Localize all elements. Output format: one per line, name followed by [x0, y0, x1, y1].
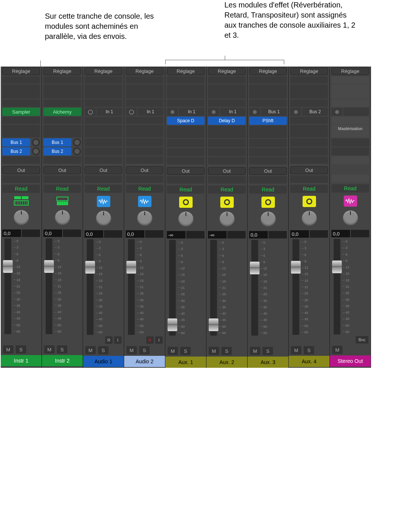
fader-cap[interactable]	[291, 261, 301, 274]
input-selector[interactable]: In 1	[220, 108, 246, 116]
input-slot[interactable]	[43, 99, 81, 107]
settings-button[interactable]: Réglage	[43, 67, 81, 75]
settings-button[interactable]: Réglage	[249, 67, 287, 75]
solo-button[interactable]: S	[180, 347, 191, 355]
fader-track[interactable]	[128, 239, 135, 335]
channel-name[interactable]: Aux. 4	[289, 356, 329, 367]
group-slot[interactable]	[208, 176, 246, 184]
solo-button[interactable]: S	[263, 347, 273, 355]
input-slot[interactable]	[167, 99, 205, 107]
fader-cap[interactable]	[126, 261, 136, 274]
solo-button[interactable]: S	[139, 346, 150, 354]
pan-knob[interactable]	[14, 210, 29, 225]
channel-name[interactable]: Audio 1	[83, 356, 124, 367]
instrument-slot[interactable]: Alchemy	[43, 108, 81, 116]
record-enable-button[interactable]: R	[105, 336, 113, 344]
fader-track[interactable]	[334, 239, 340, 335]
pan-knob[interactable]	[261, 212, 276, 226]
settings-button[interactable]: Réglage	[331, 67, 369, 75]
send-1-level-knob[interactable]	[73, 138, 81, 147]
mono-input-icon[interactable]: ◯	[126, 108, 137, 116]
fader-cap[interactable]	[44, 260, 54, 273]
send-slot[interactable]	[2, 156, 40, 164]
midi-fx-slot[interactable]	[126, 84, 163, 99]
send-2-level-knob[interactable]	[73, 147, 81, 155]
send-2-empty[interactable]	[85, 147, 122, 155]
output-button[interactable]: Out	[43, 166, 81, 174]
eq-slot[interactable]	[126, 76, 163, 84]
group-slot[interactable]	[249, 176, 287, 184]
input-monitor-button[interactable]: I	[155, 336, 163, 344]
input-selector[interactable]: Bus 1	[261, 108, 287, 116]
group-slot[interactable]	[126, 175, 163, 183]
midi-fx-slot[interactable]	[43, 84, 81, 99]
automation-mode-button[interactable]: Read	[331, 184, 369, 192]
settings-button[interactable]: Réglage	[85, 67, 122, 75]
fader-track[interactable]	[4, 238, 11, 334]
send-2-bus[interactable]: Bus 2	[2, 147, 30, 155]
settings-button[interactable]: Réglage	[208, 67, 246, 75]
input-slot[interactable]	[249, 99, 287, 107]
fader-track[interactable]	[87, 239, 93, 335]
send-1-empty[interactable]	[331, 138, 369, 147]
send-slot[interactable]	[208, 157, 246, 164]
instrument-slot[interactable]: Sampler	[2, 108, 40, 116]
group-slot[interactable]	[167, 176, 205, 184]
fader-cap[interactable]	[3, 260, 13, 273]
automation-mode-button[interactable]: Read	[249, 185, 287, 194]
stereo-input-icon[interactable]: ◎	[290, 108, 301, 116]
output-button[interactable]: Out	[2, 166, 40, 174]
output-button[interactable]: Out	[167, 167, 205, 175]
insert-slot[interactable]	[43, 125, 81, 138]
solo-button[interactable]: S	[304, 346, 314, 354]
pan-knob[interactable]	[343, 210, 358, 225]
fader-track[interactable]	[169, 240, 176, 336]
mute-button[interactable]: M	[250, 347, 260, 355]
insert-slot[interactable]	[2, 117, 40, 124]
send-1-empty[interactable]	[208, 139, 246, 147]
input-slot[interactable]	[85, 99, 122, 107]
group-slot[interactable]	[331, 175, 369, 182]
eq-slot[interactable]	[249, 76, 287, 84]
midi-fx-slot[interactable]	[167, 84, 205, 99]
eq-slot[interactable]	[331, 76, 369, 84]
output-button[interactable]: Out	[290, 166, 328, 174]
output-button[interactable]: Out	[208, 167, 246, 175]
send-2-empty[interactable]	[331, 147, 369, 155]
solo-button[interactable]: S	[98, 346, 108, 354]
group-slot[interactable]	[290, 175, 328, 183]
send-slot[interactable]	[85, 156, 122, 164]
mute-button[interactable]: M	[126, 346, 137, 354]
mute-button[interactable]: M	[85, 346, 96, 354]
send-2-empty[interactable]	[208, 148, 246, 156]
fader-track[interactable]	[292, 239, 299, 335]
mute-button[interactable]: M	[291, 346, 301, 354]
channel-name[interactable]: Aux. 3	[248, 357, 288, 368]
settings-button[interactable]: Réglage	[167, 67, 205, 75]
settings-button[interactable]: Réglage	[290, 67, 328, 75]
eq-slot[interactable]	[290, 76, 328, 84]
input-selector[interactable]	[343, 108, 369, 116]
fader-cap[interactable]	[250, 262, 260, 274]
settings-button[interactable]: Réglage	[2, 67, 40, 75]
eq-slot[interactable]	[167, 76, 205, 84]
insert-slot[interactable]	[126, 117, 163, 124]
midi-fx-slot[interactable]	[290, 84, 328, 99]
insert-slot[interactable]	[208, 126, 246, 138]
input-selector[interactable]: In 1	[138, 108, 163, 116]
insert-effect[interactable]: Space D	[167, 117, 205, 125]
insert-slot[interactable]	[43, 117, 81, 124]
mute-button[interactable]: M	[168, 347, 178, 355]
eq-slot[interactable]	[85, 76, 122, 84]
solo-button[interactable]: S	[221, 347, 232, 355]
group-slot[interactable]	[85, 175, 122, 183]
input-slot[interactable]	[208, 99, 246, 107]
automation-mode-button[interactable]: Read	[290, 185, 328, 193]
automation-mode-button[interactable]: Read	[167, 185, 205, 194]
insert-slot[interactable]	[249, 126, 287, 138]
output-button[interactable]: Out	[249, 167, 287, 175]
send-1-empty[interactable]	[249, 139, 287, 147]
channel-name[interactable]: Aux. 1	[165, 357, 206, 368]
input-selector[interactable]: In 1	[96, 108, 122, 116]
mute-button[interactable]: M	[3, 345, 13, 354]
